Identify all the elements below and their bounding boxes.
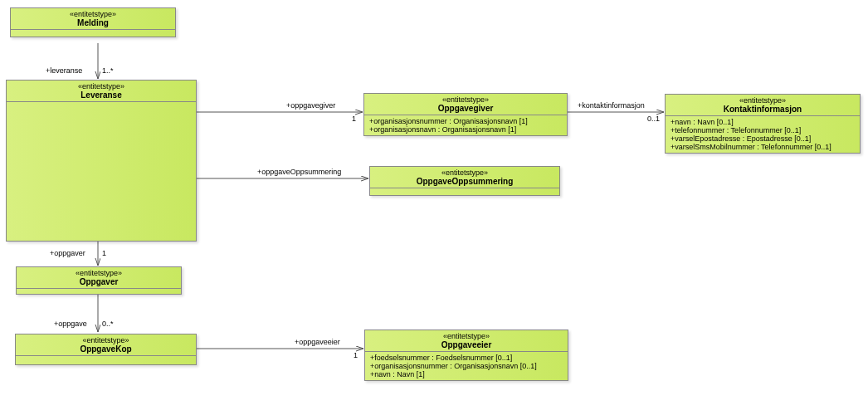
role-kontakt: +kontaktinformasjon — [578, 101, 645, 110]
role-oppgavegiver: +oppgavegiver — [286, 101, 335, 110]
uml-canvas: «entitetstype»Melding +leveranse 1..* «e… — [0, 0, 868, 415]
entity-melding[interactable]: «entitetstype»Melding — [10, 7, 176, 37]
entity-leveranse[interactable]: «entitetstype»Leveranse — [6, 80, 197, 242]
role-oppgaver: +oppgaver — [50, 249, 85, 257]
stereotype: «entitetstype» — [369, 95, 562, 104]
entity-name: Kontaktinformasjon — [671, 105, 855, 114]
entity-kop[interactable]: «entitetstype»OppgaveKop — [15, 334, 197, 365]
role-oppgave: +oppgave — [54, 320, 87, 328]
mult-eier: 1 — [354, 351, 358, 359]
attribute: +organisasjonsnummer : Organisasjonsnavn… — [369, 117, 562, 125]
entity-name: Oppgaveeier — [370, 340, 563, 349]
entity-oppgaver[interactable]: «entitetstype»Oppgaver — [16, 266, 182, 295]
role-opsum: +oppgaveOppsummering — [257, 168, 341, 176]
mult-oppgavegiver: 1 — [352, 115, 356, 123]
entity-eier[interactable]: «entitetstype»Oppgaveeier +foedselsnumme… — [364, 330, 568, 381]
mult-kontakt: 0..1 — [647, 115, 660, 123]
entity-opsum[interactable]: «entitetstype»OppgaveOppsummering — [369, 166, 560, 196]
stereotype: «entitetstype» — [21, 336, 191, 344]
attribute: +navn : Navn [1] — [370, 370, 563, 378]
entity-name: Leveranse — [12, 90, 191, 100]
stereotype: «entitetstype» — [370, 332, 563, 340]
stereotype: «entitetstype» — [22, 269, 176, 277]
entity-oppgavegiver[interactable]: «entitetstype»Oppgavegiver +organisasjon… — [363, 93, 568, 136]
entity-name: Melding — [16, 18, 170, 27]
attribute: +foedselsnummer : Foedselsnummer [0..1] — [370, 354, 563, 362]
entity-name: Oppgavegiver — [369, 104, 562, 113]
role-eier: +oppgaveeier — [295, 338, 340, 346]
attribute: +varselEpostadresse : Epostadresse [0..1… — [671, 134, 855, 143]
attribute: +organisasjonsnummer : Organisasjonsnavn… — [370, 362, 563, 370]
mult-oppgave: 0..* — [102, 320, 114, 328]
entity-name: OppgaveOppsummering — [375, 177, 554, 186]
stereotype: «entitetstype» — [12, 82, 191, 90]
entity-name: Oppgaver — [22, 277, 176, 286]
mult-leveranse: 1..* — [102, 66, 114, 75]
stereotype: «entitetstype» — [375, 168, 554, 177]
attribute: +organisasjonsnavn : Organisasjonsnavn [… — [369, 125, 562, 134]
entity-kontaktinfo[interactable]: «entitetstype»Kontaktinformasjon +navn :… — [665, 94, 861, 154]
attribute: +navn : Navn [0..1] — [671, 118, 855, 126]
entity-name: OppgaveKop — [21, 344, 191, 354]
mult-oppgaver: 1 — [102, 249, 106, 257]
attribute: +varselSmsMobilnummer : Telefonnummer [0… — [671, 143, 855, 151]
role-leveranse: +leveranse — [46, 66, 82, 75]
stereotype: «entitetstype» — [16, 10, 170, 18]
stereotype: «entitetstype» — [671, 96, 855, 105]
attribute: +telefonnummer : Telefonnummer [0..1] — [671, 126, 855, 134]
